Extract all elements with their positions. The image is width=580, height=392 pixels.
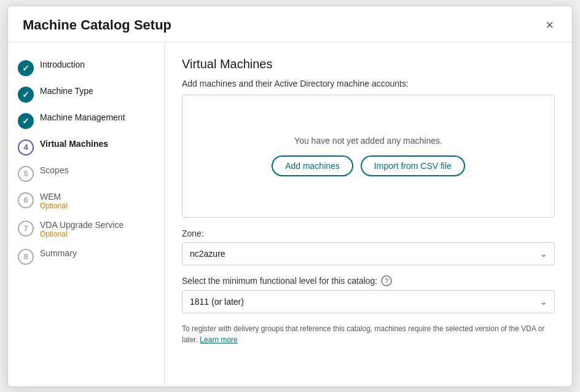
sidebar-item-machine-type[interactable]: ✓ Machine Type: [8, 81, 164, 108]
machines-buttons: Add machines Import from CSV file: [272, 155, 465, 176]
sidebar-item-vda-upgrade-service[interactable]: 7 VDA Upgrade Service Optional: [8, 215, 164, 243]
step-label-virtual-machines: Virtual Machines: [40, 139, 108, 149]
step-label-wem: WEM: [40, 192, 68, 202]
zone-select[interactable]: nc2azure: [182, 242, 555, 265]
step-label-scopes: Scopes: [40, 165, 69, 175]
step-optional-wem: Optional: [40, 202, 68, 210]
sidebar-item-introduction[interactable]: ✓ Introduction: [8, 55, 164, 81]
step-icon-vda-upgrade-service: 7: [18, 221, 34, 237]
functional-level-label: Select the minimum functional level for …: [182, 275, 555, 286]
dialog-header: Machine Catalog Setup ×: [8, 6, 572, 42]
zone-select-wrapper: nc2azure ⌄: [182, 242, 555, 265]
sidebar-item-wem[interactable]: 6 WEM Optional: [8, 187, 164, 215]
step-icon-scopes: 5: [18, 166, 34, 182]
close-button[interactable]: ×: [542, 17, 557, 33]
machine-catalog-setup-dialog: Machine Catalog Setup × ✓ Introduction ✓: [7, 6, 573, 387]
sidebar-item-scopes[interactable]: 5 Scopes: [8, 160, 164, 187]
machines-box: You have not yet added any machines. Add…: [182, 95, 555, 218]
sidebar: ✓ Introduction ✓ Machine Type ✓: [8, 42, 165, 386]
functional-level-select[interactable]: 1811 (or later): [182, 290, 555, 313]
import-csv-button[interactable]: Import from CSV file: [361, 155, 465, 176]
functional-level-select-wrapper: 1811 (or later) ⌄: [182, 290, 555, 313]
sidebar-item-virtual-machines[interactable]: 4 Virtual Machines: [8, 134, 164, 160]
sidebar-item-summary[interactable]: 8 Summary: [8, 243, 164, 270]
step-label-summary: Summary: [40, 248, 77, 258]
section-title: Virtual Machines: [182, 57, 555, 71]
step-optional-vda-upgrade-service: Optional: [40, 230, 123, 238]
step-icon-machine-management: ✓: [18, 113, 34, 129]
dialog-title: Machine Catalog Setup: [23, 17, 171, 33]
info-text: To register with delivery groups that re…: [182, 323, 555, 345]
main-content: Virtual Machines Add machines and their …: [165, 42, 572, 386]
step-label-introduction: Introduction: [40, 60, 85, 69]
dialog-body: ✓ Introduction ✓ Machine Type ✓: [8, 42, 572, 386]
step-label-machine-management: Machine Management: [40, 112, 125, 122]
add-machines-button[interactable]: Add machines: [272, 155, 353, 176]
no-machines-text: You have not yet added any machines.: [294, 136, 442, 146]
step-label-machine-type: Machine Type: [40, 86, 93, 96]
step-icon-introduction: ✓: [18, 60, 34, 76]
help-icon[interactable]: ?: [381, 275, 392, 286]
step-label-vda-upgrade-service: VDA Upgrade Service: [40, 220, 123, 230]
step-icon-summary: 8: [18, 249, 34, 265]
step-icon-virtual-machines: 4: [18, 139, 34, 155]
section-desc: Add machines and their Active Directory …: [182, 79, 555, 88]
learn-more-link[interactable]: Learn more: [200, 335, 237, 344]
sidebar-item-machine-management[interactable]: ✓ Machine Management: [8, 108, 164, 134]
step-icon-wem: 6: [18, 192, 34, 208]
step-icon-machine-type: ✓: [18, 87, 34, 103]
zone-label: Zone:: [182, 229, 555, 238]
